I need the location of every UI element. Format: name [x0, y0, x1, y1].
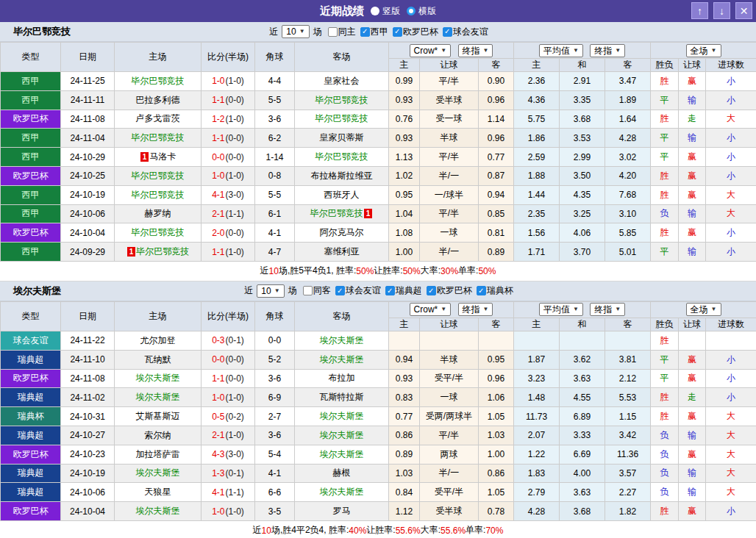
result-outcome: 平 — [651, 148, 679, 167]
summary-part: 近 — [253, 524, 262, 537]
scroll-up-button[interactable]: ↑ — [691, 2, 708, 19]
match-date: 24-10-19 — [61, 464, 115, 483]
matches-tbody: 西甲24-11-25毕尔巴鄂竞技1-0(1-0)4-4皇家社会0.99平/半0.… — [1, 72, 756, 262]
match-date: 24-10-04 — [61, 223, 115, 243]
result-outcome: 胜 — [651, 388, 679, 407]
league-filter-checkbox[interactable]: ✓欧罗巴杯 — [427, 284, 472, 297]
select-value: 10 — [286, 26, 296, 37]
same-venue-checkbox[interactable]: 同客 — [303, 284, 331, 297]
handicap-away-odds: 1.00 — [479, 445, 514, 464]
col-avg-draw: 和 — [560, 318, 605, 331]
home-team: 瓦纳默 — [115, 350, 202, 369]
result-handicap: 赢 — [679, 166, 706, 185]
result-outcome: 胜 — [651, 502, 679, 521]
match-date: 24-10-31 — [61, 407, 115, 426]
radio-vertical-layout[interactable]: 竖版 — [371, 5, 400, 18]
summary-part: 70% — [485, 526, 503, 536]
match-score: 1-0(1-0) — [202, 388, 255, 407]
half-time-score: (0-0) — [226, 95, 244, 105]
average-index-select[interactable]: 终指▼ — [590, 303, 625, 316]
handicap-line: 一球 — [420, 388, 479, 407]
handicap-line: 半/一 — [420, 243, 479, 262]
summary-part: 50% — [478, 266, 496, 276]
result-handicap: 输 — [679, 129, 706, 148]
checkbox-label: 瑞典杯 — [487, 284, 513, 297]
team-label: 瓦斯特拉斯 — [320, 392, 364, 402]
scope-select[interactable]: 全场▼ — [686, 303, 721, 316]
match-date: 24-10-06 — [61, 483, 115, 502]
handicap-away-odds: 0.90 — [479, 72, 514, 91]
half-time-score: (1-0) — [226, 247, 244, 257]
matches-count-select[interactable]: 10▼ — [282, 25, 309, 38]
titlebar: 近期战绩 竖版 横版 ↑ ↓ ✕ — [0, 0, 756, 22]
league-badge: 西甲 — [1, 185, 61, 204]
team-label: 加拉塔萨雷 — [136, 449, 180, 459]
full-time-score: 1-1 — [212, 247, 224, 257]
full-time-score: 4-3 — [212, 449, 224, 459]
table-row: 瑞典超24-11-02埃尔夫斯堡1-0(1-0)6-9瓦斯特拉斯0.83一球1.… — [1, 388, 756, 407]
average-select[interactable]: 平均值▼ — [539, 44, 583, 57]
away-team: 毕尔巴鄂竞技 — [295, 148, 389, 167]
result-handicap: 输 — [679, 483, 706, 502]
avg-home-odds: 2.59 — [514, 148, 560, 167]
average-select[interactable]: 平均值▼ — [539, 303, 583, 316]
league-badge: 西甲 — [1, 72, 61, 91]
handicap-away-odds: 0.81 — [479, 223, 514, 243]
radio-horizontal-label: 横版 — [418, 5, 436, 18]
full-time-score: 1-0 — [212, 392, 224, 403]
league-filter-checkbox[interactable]: ✓瑞典杯 — [477, 284, 513, 297]
result-goals: 小 — [706, 388, 756, 407]
handicap-away-odds: 0.86 — [479, 464, 514, 483]
handicap-line: 半/一 — [420, 166, 479, 185]
bookmaker-select[interactable]: Crow*▼ — [410, 44, 452, 57]
match-date: 24-11-08 — [61, 369, 115, 388]
league-filter-checkbox[interactable]: ✓球会友谊 — [443, 26, 488, 38]
average-index-select[interactable]: 终指▼ — [590, 44, 625, 57]
same-venue-checkbox[interactable]: 同主 — [328, 26, 356, 38]
col-avg-away: 客 — [605, 59, 651, 72]
avg-draw-odds: 3.63 — [560, 369, 605, 388]
league-badge: 欧罗巴杯 — [1, 223, 61, 243]
home-team: 加拉塔萨雷 — [115, 445, 202, 464]
title-group: 近期战绩 竖版 横版 — [320, 4, 436, 18]
half-time-score: (0-0) — [226, 354, 244, 365]
checkbox-label: 球会友谊 — [453, 26, 488, 38]
match-date: 24-10-06 — [61, 204, 115, 223]
league-filter-checkbox[interactable]: ✓瑞典超 — [385, 284, 422, 297]
checkbox-label: 球会友谊 — [346, 284, 381, 297]
result-goals: 小 — [706, 90, 756, 110]
team-label: 马洛卡 — [149, 151, 176, 162]
match-date: 24-11-22 — [61, 331, 115, 350]
summary-part: 让胜率: — [374, 265, 402, 277]
bookmaker-select[interactable]: Crow*▼ — [410, 303, 452, 316]
league-filter-checkbox[interactable]: ✓西甲 — [360, 26, 388, 38]
avg-home-odds: 2.36 — [514, 72, 560, 91]
handicap-home-odds: 0.93 — [389, 369, 420, 388]
avg-away-odds: 2.12 — [605, 369, 651, 388]
corner-score: 4-1 — [255, 464, 295, 483]
handicap-index-select[interactable]: 终指▼ — [458, 303, 493, 316]
handicap-index-select[interactable]: 终指▼ — [458, 44, 493, 57]
home-team: 赫罗纳 — [115, 204, 202, 223]
matches-count-select[interactable]: 10▼ — [257, 284, 284, 298]
result-handicap: 赢 — [679, 185, 706, 204]
league-filter-checkbox[interactable]: ✓球会友谊 — [335, 284, 381, 297]
avg-home-odds: 2.07 — [514, 426, 560, 445]
result-goals: 大 — [706, 464, 756, 483]
result-handicap: 赢 — [679, 445, 706, 464]
summary-part: 40% — [349, 526, 366, 536]
checkbox-checked-icon: ✓ — [385, 286, 395, 295]
scroll-down-button[interactable]: ↓ — [713, 2, 730, 19]
handicap-home-odds: 1.02 — [389, 166, 420, 185]
radio-horizontal-layout[interactable]: 横版 — [407, 5, 436, 18]
close-button[interactable]: ✕ — [735, 2, 752, 19]
avg-home-odds: 1.22 — [514, 445, 560, 464]
away-team: 毕尔巴鄂竞技 — [295, 90, 389, 110]
filter-games-label: 场 — [288, 284, 297, 297]
avg-draw-odds: 2.99 — [560, 148, 605, 167]
scope-select[interactable]: 全场▼ — [686, 44, 721, 57]
handicap-line: 平/半 — [420, 148, 479, 167]
red-card-badge: 1 — [140, 152, 149, 162]
avg-draw-odds: 3.25 — [560, 204, 605, 223]
league-filter-checkbox[interactable]: ✓欧罗巴杯 — [393, 26, 438, 38]
